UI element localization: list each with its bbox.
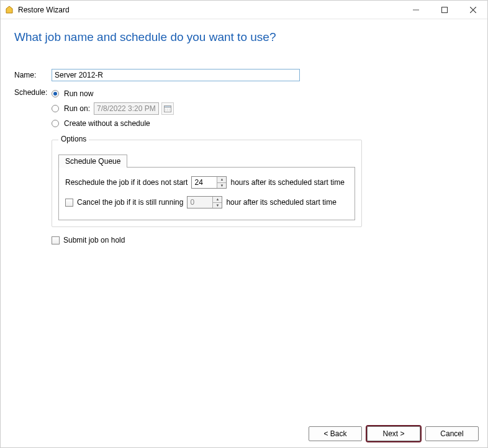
options-group: Options Schedule Queue Reschedule the jo… [52, 140, 362, 227]
cancel-value[interactable] [188, 197, 212, 208]
radio-no-schedule-row[interactable]: Create without a schedule [52, 116, 474, 131]
window-title: Restore Wizard [18, 6, 70, 14]
next-button[interactable]: Next > [367, 426, 420, 441]
minimize-button[interactable] [402, 1, 430, 19]
reschedule-suffix: hours after its scheduled start time [230, 178, 344, 187]
radio-run-on[interactable] [52, 105, 59, 112]
app-icon [4, 5, 14, 15]
close-button[interactable] [459, 1, 487, 19]
submit-on-hold-row[interactable]: Submit job on hold [52, 236, 474, 244]
maximize-button[interactable] [430, 1, 459, 19]
reschedule-row: Reschedule the job if it does not start … [65, 176, 348, 189]
radio-no-schedule[interactable] [52, 120, 59, 127]
content-area: What job name and schedule do you want t… [1, 19, 487, 244]
submit-on-hold-checkbox[interactable] [52, 236, 60, 244]
titlebar: Restore Wizard [1, 1, 487, 19]
tabstrip: Schedule Queue [58, 154, 355, 167]
calendar-button[interactable] [161, 102, 174, 115]
submit-on-hold-label: Submit job on hold [63, 236, 125, 244]
spin-up-icon[interactable]: ▲ [213, 197, 222, 203]
radio-run-now-row[interactable]: Run now [52, 86, 474, 101]
cancel-spinner[interactable]: ▲ ▼ [187, 196, 222, 208]
reschedule-value[interactable] [192, 177, 217, 188]
schedule-label: Schedule: [14, 86, 52, 97]
cancel-button[interactable]: Cancel [425, 426, 479, 441]
name-input[interactable] [52, 69, 300, 81]
radio-run-now-label: Run now [64, 89, 93, 98]
svg-rect-1 [442, 7, 448, 12]
back-button[interactable]: < Back [309, 426, 362, 441]
cancel-spin-buttons[interactable]: ▲ ▼ [212, 197, 222, 208]
form-grid: Name: Schedule: Run now Run on: [14, 69, 474, 131]
cancel-suffix: hour after its scheduled start time [226, 198, 336, 207]
calendar-icon [164, 105, 171, 112]
radio-run-on-row[interactable]: Run on: [52, 101, 474, 116]
tab-schedule-queue[interactable]: Schedule Queue [58, 155, 127, 168]
window-controls [402, 1, 487, 19]
radio-run-on-label: Run on: [64, 104, 90, 113]
tab-panel: Reschedule the job if it does not start … [58, 167, 355, 220]
reschedule-spin-buttons[interactable]: ▲ ▼ [217, 177, 226, 188]
run-on-date-input[interactable] [94, 102, 159, 115]
spin-down-icon[interactable]: ▼ [213, 203, 222, 208]
radio-no-schedule-label: Create without a schedule [64, 119, 150, 128]
name-label: Name: [14, 69, 52, 79]
radio-run-now[interactable] [52, 90, 59, 97]
spin-down-icon[interactable]: ▼ [217, 183, 226, 189]
reschedule-prefix: Reschedule the job if it does not start [65, 178, 188, 187]
options-legend: Options [58, 135, 89, 143]
cancel-row: Cancel the job if it is still running ▲ … [65, 196, 348, 208]
spin-up-icon[interactable]: ▲ [217, 177, 226, 183]
page-heading: What job name and schedule do you want t… [14, 30, 474, 44]
cancel-checkbox[interactable] [65, 199, 73, 207]
wizard-footer: < Back Next > Cancel [309, 426, 479, 441]
cancel-prefix: Cancel the job if it is still running [77, 198, 183, 207]
reschedule-spinner[interactable]: ▲ ▼ [191, 176, 227, 189]
svg-rect-5 [165, 106, 171, 108]
